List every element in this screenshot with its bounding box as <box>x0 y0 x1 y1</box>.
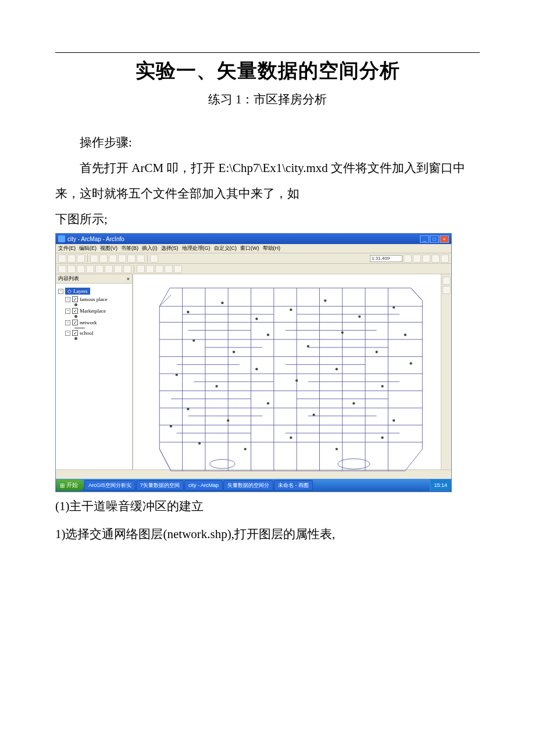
svg-point-16 <box>215 385 217 388</box>
toc-root-node[interactable]: - ◇ Layers <box>58 288 130 295</box>
editor-toolbar-icon[interactable] <box>404 255 412 263</box>
select-features-icon[interactable] <box>137 265 145 273</box>
menu-help[interactable]: 帮助(H) <box>263 245 281 252</box>
svg-point-13 <box>341 332 344 334</box>
windows-logo-icon: ⊞ <box>60 482 65 489</box>
table-of-contents: 内容列表 × - ◇ Layers - ✓ famous place <box>56 274 133 470</box>
clear-selection-icon[interactable] <box>146 265 154 273</box>
start-button[interactable]: ⊞ 开始 <box>56 479 84 491</box>
layer-checkbox[interactable]: ✓ <box>72 296 78 302</box>
svg-point-15 <box>176 374 178 376</box>
fixed-zoom-out-icon[interactable] <box>105 265 113 273</box>
tool-new-icon[interactable] <box>58 255 66 263</box>
search-window-icon[interactable] <box>431 255 440 263</box>
minimize-button[interactable]: _ <box>420 235 429 243</box>
layer-node-famous-place[interactable]: - ✓ famous place <box>65 296 130 302</box>
svg-point-6 <box>324 300 326 302</box>
toc-body: - ◇ Layers - ✓ famous place - ✓ Marketpl… <box>56 284 132 470</box>
right-dock <box>441 274 451 470</box>
layer-checkbox[interactable]: ✓ <box>72 308 78 314</box>
layer-node-marketplace[interactable]: - ✓ Marketplace <box>65 308 130 314</box>
svg-point-10 <box>233 351 235 353</box>
tool-undo-icon[interactable] <box>127 255 135 263</box>
point-symbol-icon <box>74 303 77 306</box>
next-extent-icon[interactable] <box>123 265 131 273</box>
maximize-button[interactable]: □ <box>430 235 439 243</box>
svg-point-0 <box>210 460 235 469</box>
identify-icon[interactable] <box>155 265 163 273</box>
svg-point-17 <box>255 368 258 370</box>
layers-root[interactable]: ◇ Layers <box>65 288 90 295</box>
point-symbol-icon <box>74 337 77 340</box>
collapse-icon[interactable]: - <box>65 320 70 325</box>
svg-point-12 <box>307 345 309 347</box>
measure-icon[interactable] <box>174 265 182 273</box>
paragraph-as-shown: 下图所示; <box>55 206 480 232</box>
tool-add-data-icon[interactable] <box>150 255 158 263</box>
tool-save-icon[interactable] <box>77 255 85 263</box>
zoom-in-icon[interactable] <box>58 265 66 273</box>
svg-point-24 <box>312 414 315 416</box>
catalog-window-icon[interactable] <box>422 255 430 263</box>
menu-bookmark[interactable]: 书签(B) <box>121 245 138 252</box>
map-view[interactable] <box>133 274 441 470</box>
menu-file[interactable]: 文件(E) <box>58 245 76 252</box>
clock: 15:14 <box>434 482 447 488</box>
tool-print-icon[interactable] <box>90 255 98 263</box>
python-window-icon[interactable] <box>441 255 449 263</box>
svg-point-18 <box>295 379 298 382</box>
layer-name: Marketplace <box>80 308 106 314</box>
menu-custom[interactable]: 自定义(C) <box>214 245 237 252</box>
pan-icon[interactable] <box>77 265 85 273</box>
collapse-icon[interactable]: - <box>65 331 70 336</box>
svg-point-22 <box>227 420 229 422</box>
text-open-a: 首先打开 ArCM 叩，打开 <box>80 161 219 175</box>
search-tab-icon[interactable] <box>443 286 451 294</box>
paragraph-open-file: 首先打开 ArCM 叩，打开 E:\Chp7\Ex1\city.mxd 文件将文… <box>55 155 480 206</box>
toolbar-separator <box>87 255 88 263</box>
collapse-icon[interactable]: - <box>58 289 63 294</box>
zoom-out-icon[interactable] <box>67 265 76 273</box>
tool-paste-icon[interactable] <box>118 255 126 263</box>
menu-edit[interactable]: 编辑(E) <box>79 245 97 252</box>
window-titlebar: city - ArcMap - ArcInfo _ □ × <box>56 234 451 244</box>
standard-toolbar: 1:31,409 <box>56 253 451 264</box>
file-path: E:\Chp7\Ex1\city.mxd <box>219 161 328 175</box>
doc-subtitle: 练习 1：市区择房分析 <box>55 91 480 108</box>
toolbar-separator <box>147 255 148 263</box>
menu-window[interactable]: 窗口(W) <box>240 245 259 252</box>
taskbar-item[interactable]: ArcGIS空间分析实 <box>84 480 135 490</box>
svg-point-28 <box>244 448 247 450</box>
layer-checkbox[interactable]: ✓ <box>72 330 78 336</box>
collapse-icon[interactable]: - <box>65 297 70 302</box>
fixed-zoom-in-icon[interactable] <box>95 265 104 273</box>
menu-insert[interactable]: 插入(I) <box>142 245 158 252</box>
layer-checkbox[interactable]: ✓ <box>72 320 78 325</box>
tool-redo-icon[interactable] <box>137 255 145 263</box>
tool-open-icon[interactable] <box>67 255 76 263</box>
prev-extent-icon[interactable] <box>114 265 122 273</box>
paragraph-steps-heading: 操作步骤: <box>55 130 480 155</box>
layer-node-school[interactable]: - ✓ school <box>65 330 130 336</box>
toc-close-icon[interactable]: × <box>127 276 130 282</box>
catalog-tab-icon[interactable] <box>443 277 451 285</box>
scale-input[interactable]: 1:31,409 <box>370 255 402 262</box>
tool-copy-icon[interactable] <box>109 255 117 263</box>
close-button[interactable]: × <box>440 235 449 243</box>
svg-point-23 <box>267 402 269 404</box>
svg-point-19 <box>336 368 338 370</box>
svg-point-33 <box>170 425 172 428</box>
arcmap-screenshot: city - ArcMap - ArcInfo _ □ × 文件(E) 编辑(E… <box>55 233 452 492</box>
full-extent-icon[interactable] <box>86 265 94 273</box>
svg-point-9 <box>192 339 195 342</box>
find-icon[interactable] <box>165 265 173 273</box>
collapse-icon[interactable]: - <box>65 309 70 314</box>
tool-cut-icon[interactable] <box>99 255 108 263</box>
menu-select[interactable]: 选择(S) <box>161 245 179 252</box>
menu-view[interactable]: 视图(V) <box>100 245 117 252</box>
menu-geoproc[interactable]: 地理处理(G) <box>182 245 211 252</box>
toolbox-icon[interactable] <box>413 255 421 263</box>
window-buttons: _ □ × <box>420 235 449 243</box>
layer-node-network[interactable]: - ✓ network <box>65 320 130 325</box>
svg-point-20 <box>381 385 383 388</box>
